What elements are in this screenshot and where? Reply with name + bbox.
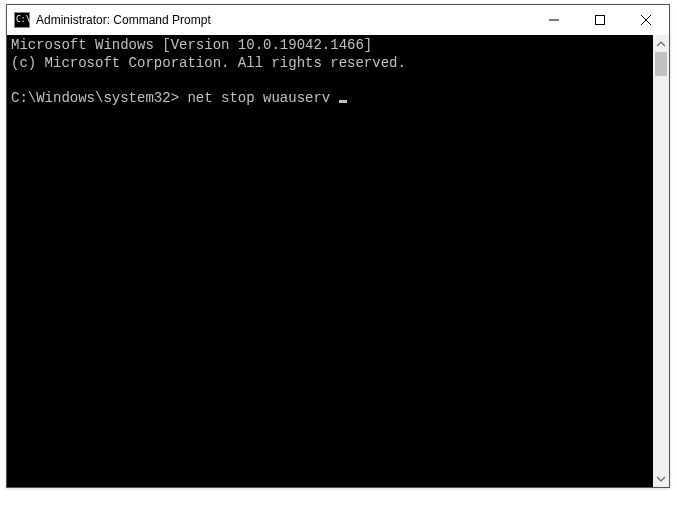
- window-title: Administrator: Command Prompt: [36, 13, 531, 27]
- command-prompt-window: C:\ Administrator: Command Prompt: [6, 4, 670, 488]
- chevron-up-icon: [657, 40, 665, 48]
- svg-text:C:\: C:\: [16, 15, 30, 24]
- maximize-icon: [595, 15, 605, 25]
- scroll-up-button[interactable]: [653, 35, 669, 52]
- scrollbar-track[interactable]: [653, 52, 669, 470]
- terminal-line: (c) Microsoft Corporation. All rights re…: [11, 55, 406, 71]
- titlebar[interactable]: C:\ Administrator: Command Prompt: [7, 5, 669, 35]
- window-controls: [531, 5, 669, 35]
- svg-rect-4: [596, 16, 605, 25]
- minimize-button[interactable]: [531, 5, 577, 35]
- terminal-command: net stop wuauserv: [187, 90, 330, 106]
- maximize-button[interactable]: [577, 5, 623, 35]
- minimize-icon: [549, 15, 559, 25]
- terminal-prompt: C:\Windows\system32>: [11, 90, 179, 106]
- cursor: [339, 100, 347, 103]
- chevron-down-icon: [657, 475, 665, 483]
- close-button[interactable]: [623, 5, 669, 35]
- cmd-icon: C:\: [14, 12, 30, 28]
- vertical-scrollbar[interactable]: [653, 35, 669, 487]
- terminal-output[interactable]: Microsoft Windows [Version 10.0.19042.14…: [7, 35, 653, 487]
- scroll-down-button[interactable]: [653, 470, 669, 487]
- scrollbar-thumb[interactable]: [655, 52, 667, 76]
- content-area: Microsoft Windows [Version 10.0.19042.14…: [7, 35, 669, 487]
- close-icon: [641, 15, 651, 25]
- terminal-line: Microsoft Windows [Version 10.0.19042.14…: [11, 37, 372, 53]
